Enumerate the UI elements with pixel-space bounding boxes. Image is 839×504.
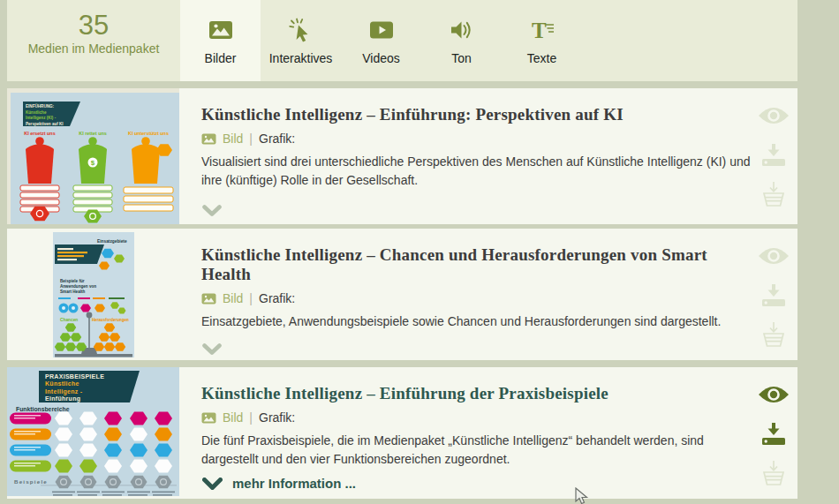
card-content: Künstliche Intelligenz – Einführung der … [201,384,756,469]
tab-videos[interactable]: Videos [341,0,421,81]
expand-chevron-button[interactable] [202,205,222,216]
media-type-label: Bild [223,410,243,425]
media-package-page: 35 Medien im Medienpaket Bilder [0,0,839,504]
card-description: Einsatzgebiete, Anwendungsbeispiele sowi… [201,312,756,331]
svg-text:Herausforderungen: Herausforderungen [92,318,129,322]
meta-separator: | [249,410,253,425]
card-actions [757,229,790,360]
preview-eye-button[interactable] [757,385,790,404]
eye-icon [758,385,790,404]
add-to-basket-button[interactable] [757,181,790,207]
svg-text:Chancen: Chancen [60,318,78,322]
meta-separator: | [249,132,253,146]
infographic-thumbnail-smart-health: Einsatzgebiete Beispiele für Anwendungen… [53,232,134,357]
expand-chevron-button[interactable] [202,343,222,355]
card-meta: Bild | Grafik: [201,132,756,146]
meta-separator: | [249,291,253,305]
card-actions [757,88,790,224]
add-to-basket-button[interactable] [757,460,790,486]
card-description: Visualisiert sind drei unterschiedliche … [201,153,756,190]
media-type-tabs: Bilder Interaktives Vi [180,0,582,81]
image-type-icon [201,412,216,424]
tab-ton[interactable]: Ton [421,0,502,81]
media-card[interactable]: Einsatzgebiete Beispiele für Anwendungen… [7,229,797,360]
tab-bilder[interactable]: Bilder [180,0,261,81]
svg-text:Beispiele: Beispiele [14,478,48,485]
media-package-header: 35 Medien im Medienpaket Bilder [7,0,797,81]
format-label: Grafik: [259,410,295,425]
card-content: Künstliche Intelligenz – Chancen und Her… [201,245,756,331]
chevron-down-icon [202,343,222,355]
chevron-down-icon [202,205,222,216]
media-thumbnail[interactable]: PRAXISBEISPIELE Künstliche Intelligenz -… [7,367,179,496]
media-type-label: Bild [223,291,243,305]
media-card[interactable]: PRAXISBEISPIELE Künstliche Intelligenz -… [7,367,797,499]
svg-text:Einführung: Einführung [45,395,80,402]
add-to-basket-button[interactable] [757,321,790,348]
preview-eye-button[interactable] [757,106,790,125]
infographic-thumbnail-praxisbeispiele: PRAXISBEISPIELE Künstliche Intelligenz -… [7,367,179,496]
card-title: Künstliche Intelligenz – Einführung der … [201,384,756,403]
download-button[interactable] [757,284,790,307]
infographic-thumbnail-perspektiven: EINFÜHRUNG: Künstliche Intelligenz (KI) … [7,88,179,224]
svg-text:T: T [532,19,547,42]
svg-text:Smart Health: Smart Health [60,290,86,294]
eye-icon [758,246,790,266]
svg-text:KI ersetzt uns: KI ersetzt uns [24,131,55,136]
svg-text:$: $ [91,159,95,167]
mouse-cursor [575,487,589,504]
media-thumbnail[interactable]: Einsatzgebiete Beispiele für Anwendungen… [53,232,134,357]
tab-label: Interaktives [269,51,333,65]
interactive-cursor-icon [289,18,314,42]
download-button[interactable] [757,423,790,446]
media-thumbnail[interactable]: EINFÜHRUNG: Künstliche Intelligenz (KI) … [7,88,179,224]
media-count: 35 Medien im Medienpaket [7,0,180,81]
chevron-down-icon [202,478,223,490]
media-count-number: 35 [7,11,180,41]
media-type-label: Bild [223,132,243,146]
preview-eye-button[interactable] [757,246,790,266]
speaker-icon [450,18,474,42]
tab-label: Bilder [205,51,237,65]
tab-texte[interactable]: T Texte [502,0,582,81]
tab-interaktives[interactable]: Interaktives [261,0,341,81]
download-icon [762,284,785,307]
format-label: Grafik: [259,291,295,305]
svg-text:KI unterstützt uns: KI unterstützt uns [128,131,169,136]
download-icon [762,144,785,167]
svg-text:Künstliche: Künstliche [45,380,79,387]
svg-text:EINFÜHRUNG:: EINFÜHRUNG: [26,103,55,109]
card-meta: Bild | Grafik: [201,410,756,425]
svg-text:Intelligenz -: Intelligenz - [45,388,83,395]
basket-icon [760,460,787,486]
card-title: Künstliche Intelligenz – Einführung: Per… [201,105,756,124]
image-type-icon [201,293,216,305]
card-meta: Bild | Grafik: [201,291,756,305]
more-information-link[interactable]: mehr Information ... [202,476,356,491]
basket-icon [760,321,787,348]
svg-text:Beispiele für: Beispiele für [60,279,85,283]
format-label: Grafik: [259,132,295,146]
svg-text:Funktionsbereiche: Funktionsbereiche [16,406,70,412]
more-information-label: mehr Information ... [232,476,356,491]
tab-label: Videos [362,51,400,65]
eye-icon [758,106,790,125]
text-icon: T [530,18,555,42]
tab-label: Ton [451,51,472,65]
card-actions [757,367,790,499]
download-icon [762,423,785,446]
media-count-label: Medien im Medienpaket [7,41,180,56]
media-card[interactable]: EINFÜHRUNG: Künstliche Intelligenz (KI) … [7,88,797,224]
image-type-icon [201,133,216,145]
svg-text:Künstliche: Künstliche [26,110,47,115]
basket-icon [760,181,787,207]
svg-text:Intelligenz (KI) -: Intelligenz (KI) - [26,116,57,120]
image-icon [208,18,233,42]
card-title: Künstliche Intelligenz – Chancen und Her… [201,245,756,284]
svg-text:PRAXISBEISPIELE: PRAXISBEISPIELE [45,373,104,380]
tab-label: Texte [527,51,556,65]
card-description: Die fünf Praxisbeispiele, die im Medienp… [201,432,756,469]
svg-text:Einsatzgebiete: Einsatzgebiete [97,239,127,244]
download-button[interactable] [757,144,790,167]
svg-text:KI rettet uns: KI rettet uns [79,131,106,136]
